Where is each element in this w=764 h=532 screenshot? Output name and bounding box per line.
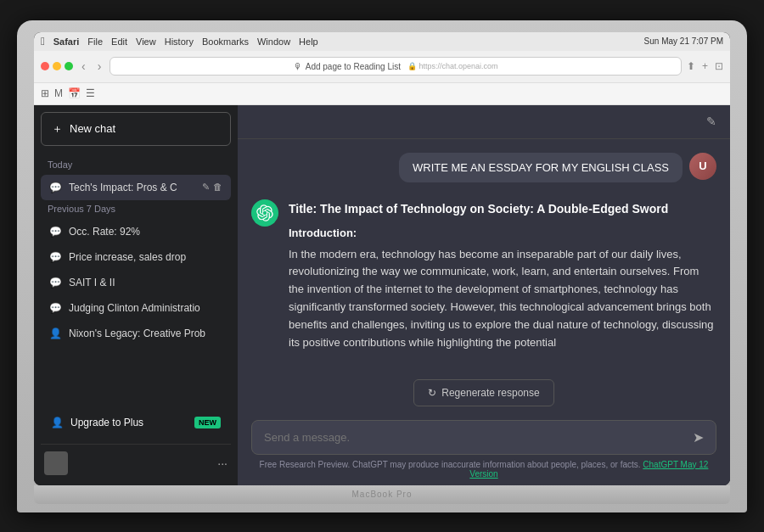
new-chat-edit-icon[interactable]: ✎ — [706, 115, 716, 128]
new-tab-icon[interactable]: + — [702, 60, 708, 72]
chat-icon-1: 💬 — [49, 226, 62, 238]
sidebar: ＋ New chat Today 💬 Tech's Impact: Pros &… — [34, 105, 238, 485]
chat-input-box: ➤ — [251, 420, 716, 455]
chat-item-3[interactable]: 💬 SAIT I & II — [41, 270, 231, 295]
close-window-button[interactable] — [41, 62, 49, 70]
browser-toolbar: ‹ › 🎙 Add page to Reading List 🔒 https:/… — [34, 51, 730, 83]
user-avatar: U — [689, 153, 716, 180]
chat-item-1[interactable]: 💬 Occ. Rate: 92% — [41, 219, 231, 244]
chat-messages[interactable]: WRITE ME AN ESSDAY FOR MY ENGLISH CLASS … — [238, 139, 730, 372]
plus-icon: ＋ — [52, 121, 63, 137]
chat-icon-4: 💬 — [49, 302, 62, 314]
traffic-lights — [41, 62, 73, 70]
disclaimer-text: Free Research Preview. ChatGPT may produ… — [260, 460, 641, 469]
delete-chat-icon[interactable]: 🗑 — [213, 182, 222, 193]
laptop-brand: MacBook Pro — [351, 490, 412, 499]
apple-icon:  — [41, 35, 45, 48]
chat-item-text-5: Nixon's Legacy: Creative Prob — [69, 328, 222, 339]
chat-input[interactable] — [264, 431, 686, 444]
chat-item-text-2: Price increase, sales drop — [69, 251, 222, 263]
sidebar-icon[interactable]: ⊡ — [715, 60, 723, 72]
ai-essay-title: Title: The Impact of Technology on Socie… — [289, 199, 716, 218]
chat-item-2[interactable]: 💬 Price increase, sales drop — [41, 244, 231, 270]
ai-message-content: Title: The Impact of Technology on Socie… — [289, 199, 716, 352]
macos-menu-history[interactable]: History — [165, 36, 194, 47]
app-container: ＋ New chat Today 💬 Tech's Impact: Pros &… — [34, 105, 730, 485]
menu-icon[interactable]: ☰ — [86, 87, 95, 99]
chat-item-text-4: Judging Clinton Administratio — [69, 302, 222, 314]
browser-bookmarks-bar: ⊞ M 📅 ☰ — [34, 83, 730, 105]
user-message-text: WRITE ME AN ESSDAY FOR MY ENGLISH CLASS — [399, 153, 683, 182]
ai-intro-body: In the modern era, technology has become… — [289, 246, 716, 352]
laptop-bottom: MacBook Pro — [34, 485, 730, 504]
new-chat-button[interactable]: ＋ New chat — [41, 112, 231, 146]
macos-menu-help[interactable]: Help — [299, 36, 318, 47]
chat-item-active[interactable]: 💬 Tech's Impact: Pros & C ✎ 🗑 — [41, 175, 231, 200]
user-initial: U — [699, 160, 706, 172]
ai-avatar — [251, 199, 278, 227]
chat-item-text-1: Occ. Rate: 92% — [69, 226, 222, 238]
chat-icon-3: 💬 — [49, 277, 62, 288]
macos-menu-edit[interactable]: Edit — [111, 36, 127, 47]
disclaimer: Free Research Preview. ChatGPT may produ… — [251, 455, 716, 482]
upgrade-label: Upgrade to Plus — [70, 417, 143, 428]
address-bar[interactable]: 🎙 Add page to Reading List 🔒 https://cha… — [110, 57, 682, 76]
macos-menu-bookmarks[interactable]: Bookmarks — [202, 36, 249, 47]
chat-item-text: Tech's Impact: Pros & C — [69, 182, 195, 193]
macos-menu-view[interactable]: View — [136, 36, 156, 47]
macos-menubar:  Safari File Edit View History Bookmark… — [34, 32, 730, 51]
chat-item-5[interactable]: 👤 Nixon's Legacy: Creative Prob — [41, 321, 231, 346]
chat-header: ✎ — [238, 105, 730, 139]
chat-icon-5: 👤 — [49, 328, 62, 339]
regenerate-label: Regenerate response — [441, 387, 539, 399]
edit-chat-icon[interactable]: ✎ — [202, 182, 210, 193]
macos-menu-window[interactable]: Window — [257, 36, 290, 47]
forward-button[interactable]: › — [94, 58, 105, 75]
chat-main: ✎ WRITE ME AN ESSDAY FOR MY ENGLISH CLAS… — [238, 105, 730, 485]
openai-icon — [256, 204, 273, 221]
url-text: Add page to Reading List — [306, 62, 401, 71]
fullscreen-window-button[interactable] — [65, 62, 73, 70]
browser-action-icons: ⬆ + ⊡ — [687, 60, 723, 72]
regenerate-icon: ↻ — [428, 387, 436, 399]
chat-item-4[interactable]: 💬 Judging Clinton Administratio — [41, 295, 231, 321]
sidebar-dots-menu[interactable]: ··· — [217, 456, 228, 470]
chat-icon: 💬 — [49, 182, 62, 193]
today-label: Today — [41, 156, 231, 175]
macos-menu-safari[interactable]: Safari — [53, 36, 80, 47]
regenerate-button[interactable]: ↻ Regenerate response — [413, 379, 553, 406]
chat-item-actions: ✎ 🗑 — [202, 182, 222, 193]
new-badge: NEW — [194, 417, 221, 428]
user-message: WRITE ME AN ESSDAY FOR MY ENGLISH CLASS … — [251, 153, 716, 182]
upgrade-icon: 👤 — [51, 417, 64, 428]
laptop-shell:  Safari File Edit View History Bookmark… — [17, 20, 747, 512]
calendar-icon[interactable]: 📅 — [68, 87, 81, 99]
minimize-window-button[interactable] — [53, 62, 61, 70]
screen-bezel:  Safari File Edit View History Bookmark… — [34, 32, 730, 485]
chat-item-text-3: SAIT I & II — [69, 277, 222, 288]
macos-status-icons: Sun May 21 7:07 PM — [644, 36, 723, 46]
macos-menu-file[interactable]: File — [87, 36, 103, 47]
microphone-icon: 🎙 — [294, 62, 302, 71]
upgrade-button[interactable]: 👤 Upgrade to Plus NEW — [41, 408, 231, 437]
previous-label: Previous 7 Days — [41, 200, 231, 219]
mail-icon[interactable]: M — [54, 87, 63, 99]
url-domain: 🔒 https://chat.openai.com — [407, 62, 498, 70]
sidebar-avatar[interactable] — [44, 451, 68, 475]
new-chat-label: New chat — [70, 122, 115, 135]
ai-message: Title: The Impact of Technology on Socie… — [251, 199, 716, 352]
chat-icon-2: 💬 — [49, 251, 62, 263]
back-button[interactable]: ‹ — [78, 58, 89, 75]
share-icon[interactable]: ⬆ — [687, 60, 695, 72]
ai-intro-heading: Introduction: — [289, 225, 716, 243]
regenerate-bar: ↻ Regenerate response — [238, 372, 730, 413]
grid-icon[interactable]: ⊞ — [41, 87, 49, 99]
send-button[interactable]: ➤ — [693, 429, 704, 445]
chat-input-area: ➤ Free Research Preview. ChatGPT may pro… — [238, 413, 730, 485]
sidebar-bottom: ··· — [41, 444, 231, 479]
macos-time: Sun May 21 7:07 PM — [644, 36, 723, 46]
